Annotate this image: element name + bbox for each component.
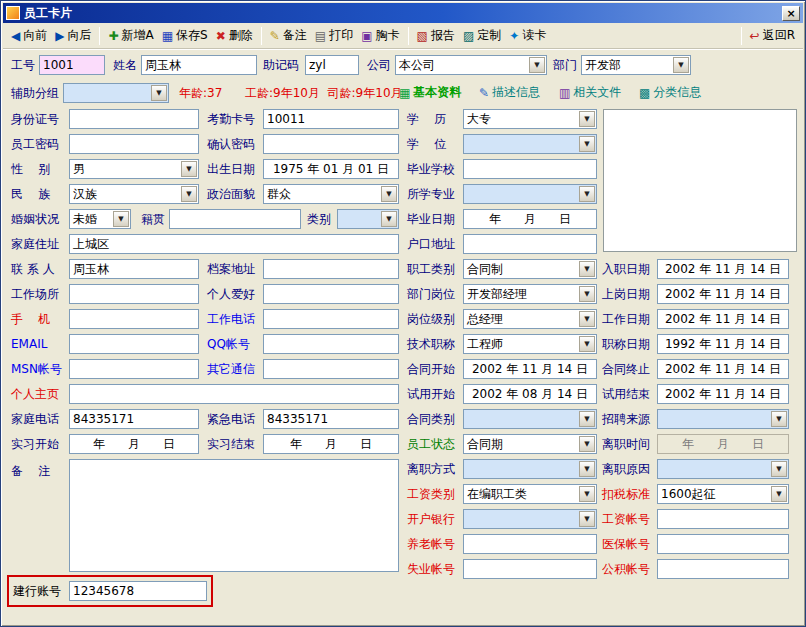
post-date-input[interactable]: 2002 年 11 月 14 日 (657, 284, 789, 304)
dropdown-arrow-icon[interactable]: ▼ (529, 57, 545, 73)
dropdown-arrow-icon[interactable]: ▼ (579, 311, 595, 327)
dropdown-arrow-icon[interactable]: ▼ (673, 57, 689, 73)
household-address-input[interactable] (463, 234, 597, 254)
emergency-phone-input[interactable]: 84335171 (263, 409, 399, 429)
dropdown-arrow-icon[interactable]: ▼ (771, 486, 787, 502)
company-select[interactable]: 本公司▼ (395, 55, 547, 75)
salary-category-select[interactable]: 在编职工类▼ (463, 484, 597, 504)
workplace-input[interactable] (69, 284, 199, 304)
emp-no-input[interactable]: 1001 (39, 55, 105, 75)
work-date-input[interactable]: 2002 年 11 月 14 日 (657, 309, 789, 329)
gender-select[interactable]: 男▼ (69, 159, 199, 179)
position-level-select[interactable]: 总经理▼ (463, 309, 597, 329)
dropdown-arrow-icon[interactable]: ▼ (181, 161, 197, 177)
customize-button[interactable]: 定制 (459, 25, 505, 46)
delete-button[interactable]: 删除 (212, 25, 257, 46)
dropdown-arrow-icon[interactable]: ▼ (771, 461, 787, 477)
emp-password-input[interactable] (69, 134, 199, 154)
print-button[interactable]: 打印 (311, 25, 357, 46)
category-select[interactable]: ▼ (337, 209, 399, 229)
pension-account-input[interactable] (463, 534, 597, 554)
close-button[interactable]: × (782, 6, 800, 21)
msn-input[interactable] (69, 359, 199, 379)
grad-date-input[interactable]: 年 月 日 (463, 209, 597, 229)
trial-end-input[interactable]: 2002 年 11 月 14 日 (657, 384, 789, 404)
confirm-password-input[interactable] (263, 134, 399, 154)
dropdown-arrow-icon[interactable]: ▼ (381, 211, 397, 227)
name-input[interactable]: 周玉林 (141, 55, 257, 75)
ccb-account-input[interactable]: 12345678 (69, 581, 207, 601)
dropdown-arrow-icon[interactable]: ▼ (579, 186, 595, 202)
emp-category-select[interactable]: 合同制▼ (463, 259, 597, 279)
dropdown-arrow-icon[interactable]: ▼ (579, 336, 595, 352)
dropdown-arrow-icon[interactable]: ▼ (579, 436, 595, 452)
political-status-select[interactable]: 群众▼ (263, 184, 399, 204)
tab-description-info[interactable]: 描述信息 (479, 84, 540, 101)
dropdown-arrow-icon[interactable]: ▼ (381, 186, 397, 202)
homepage-input[interactable] (69, 384, 399, 404)
tax-standard-select[interactable]: 1600起征▼ (657, 484, 789, 504)
dropdown-arrow-icon[interactable]: ▼ (579, 136, 595, 152)
qq-input[interactable] (263, 334, 399, 354)
marital-status-select[interactable]: 未婚▼ (69, 209, 131, 229)
grad-school-input[interactable] (463, 159, 597, 179)
resign-method-select[interactable]: ▼ (463, 459, 597, 479)
tab-classification-info[interactable]: 分类信息 (639, 84, 701, 101)
department-select[interactable]: 开发部▼ (581, 55, 691, 75)
medical-account-input[interactable] (657, 534, 789, 554)
dropdown-arrow-icon[interactable]: ▼ (579, 286, 595, 302)
birth-date-input[interactable]: 1975 年 01 月 01 日 (263, 159, 399, 179)
work-phone-input[interactable] (263, 309, 399, 329)
dropdown-arrow-icon[interactable]: ▼ (579, 411, 595, 427)
dept-position-select[interactable]: 开发部经理▼ (463, 284, 597, 304)
notes-textarea[interactable] (69, 459, 399, 572)
home-address-input[interactable]: 上城区 (69, 234, 399, 254)
tab-basic-info[interactable]: 基本资料 (399, 84, 461, 101)
mobile-input[interactable] (69, 309, 199, 329)
unemployment-account-input[interactable] (463, 559, 597, 579)
read-card-button[interactable]: 读卡 (505, 25, 550, 46)
email-input[interactable] (69, 334, 199, 354)
tech-title-select[interactable]: 工程师▼ (463, 334, 597, 354)
dropdown-arrow-icon[interactable]: ▼ (151, 85, 167, 101)
salary-account-input[interactable] (657, 509, 789, 529)
other-contact-input[interactable] (263, 359, 399, 379)
dropdown-arrow-icon[interactable]: ▼ (579, 261, 595, 277)
contact-input[interactable]: 周玉林 (69, 259, 199, 279)
dropdown-arrow-icon[interactable]: ▼ (113, 211, 129, 227)
entry-date-input[interactable]: 2002 年 11 月 14 日 (657, 259, 789, 279)
native-place-input[interactable] (169, 209, 301, 229)
title-date-input[interactable]: 1992 年 11 月 14 日 (657, 334, 789, 354)
file-address-input[interactable] (263, 259, 399, 279)
note-button[interactable]: 备注 (266, 25, 311, 46)
tab-related-files[interactable]: 相关文件 (559, 84, 621, 101)
contract-end-input[interactable]: 2002 年 11 月 14 日 (657, 359, 789, 379)
degree-select[interactable]: ▼ (463, 134, 597, 154)
major-select[interactable]: ▼ (463, 184, 597, 204)
recruit-source-select[interactable]: ▼ (657, 409, 789, 429)
ethnicity-select[interactable]: 汉族▼ (69, 184, 199, 204)
attendance-no-input[interactable]: 10011 (263, 109, 399, 129)
add-button[interactable]: 新增A (104, 25, 157, 46)
dropdown-arrow-icon[interactable]: ▼ (579, 486, 595, 502)
dropdown-arrow-icon[interactable]: ▼ (579, 111, 595, 127)
hobby-input[interactable] (263, 284, 399, 304)
education-select[interactable]: 大专▼ (463, 109, 597, 129)
emp-status-select[interactable]: 合同期▼ (463, 434, 597, 454)
dropdown-arrow-icon[interactable]: ▼ (579, 461, 595, 477)
resign-reason-select[interactable]: ▼ (657, 459, 789, 479)
return-button[interactable]: 返回R (746, 25, 799, 46)
intern-start-input[interactable]: 年 月 日 (69, 434, 199, 454)
contract-type-select[interactable]: ▼ (463, 409, 597, 429)
report-button[interactable]: 报告 (413, 25, 459, 46)
previous-button[interactable]: 向前 (7, 25, 51, 46)
bank-select[interactable]: ▼ (463, 509, 597, 529)
mnemonic-input[interactable]: zyl (305, 55, 359, 75)
badge-button[interactable]: 胸卡 (357, 25, 403, 46)
home-phone-input[interactable]: 84335171 (69, 409, 199, 429)
trial-start-input[interactable]: 2002 年 08 月 14 日 (463, 384, 597, 404)
intern-end-input[interactable]: 年 月 日 (263, 434, 399, 454)
next-button[interactable]: 向后 (51, 25, 95, 46)
dropdown-arrow-icon[interactable]: ▼ (771, 411, 787, 427)
save-button[interactable]: 保存S (158, 25, 212, 46)
